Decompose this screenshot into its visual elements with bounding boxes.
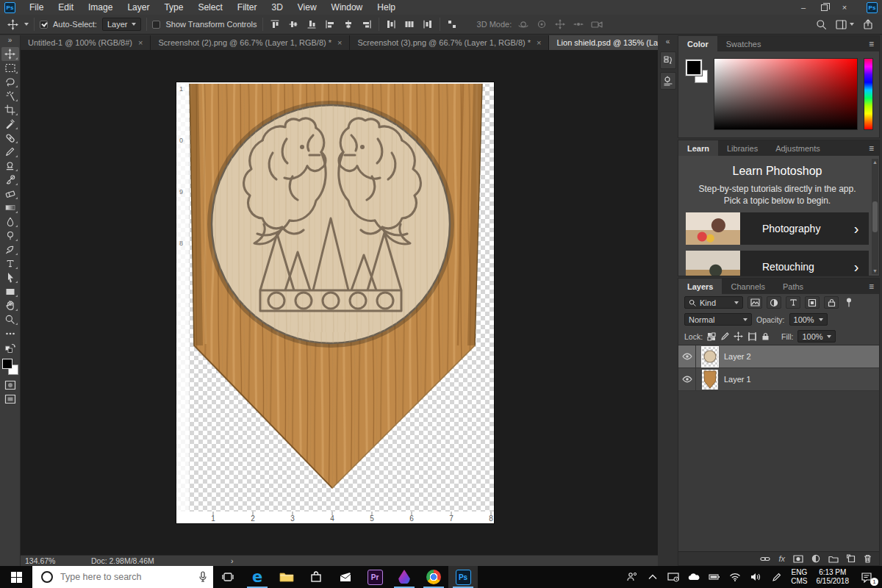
menu-3d[interactable]: 3D [265,0,289,15]
layer-row-layer-2[interactable]: Layer 2 [678,345,879,368]
tutorial-card-retouching[interactable]: Retouching › [686,251,869,276]
new-group-folder-icon[interactable] [828,555,839,563]
foreground-color-chip[interactable] [686,60,702,76]
edit-toolbar-icon[interactable] [1,326,19,340]
tab-swatches[interactable]: Swatches [717,36,770,51]
menu-view[interactable]: View [291,0,323,15]
link-layers-icon[interactable] [760,556,770,562]
filter-smart-objects-icon[interactable] [824,296,839,309]
layer-name[interactable]: Layer 2 [724,352,751,361]
language-indicator[interactable]: ENG CMS [787,568,811,587]
display-icon[interactable] [664,566,683,588]
filter-adjustment-layers-icon[interactable] [767,296,781,309]
history-brush-tool[interactable] [1,173,19,187]
tutorial-card-photography[interactable]: Photography › [686,212,869,245]
properties-panel-icon[interactable] [660,72,676,90]
panel-menu-icon[interactable]: ≡ [869,282,879,292]
distribute-spacing-icon[interactable] [445,18,459,31]
distribute-center-icon[interactable] [403,18,416,31]
tab-screenshot-3[interactable]: Screenshot (3).png @ 66.7% (Layer 1, RGB… [350,35,549,50]
clone-stamp-tool[interactable] [1,159,19,173]
quick-mask-icon[interactable] [1,378,19,392]
status-chevron-icon[interactable]: › [231,556,234,565]
eraser-tool[interactable] [1,187,19,201]
close-tab-icon[interactable]: × [138,38,143,47]
align-bottom-edges-icon[interactable] [305,18,318,31]
tab-channels[interactable]: Channels [722,279,773,294]
minimize-button[interactable]: – [795,1,812,13]
layer-style-fx-icon[interactable]: fx [778,554,785,563]
move-tool-preset-icon[interactable] [6,18,19,31]
menu-layer[interactable]: Layer [121,0,156,15]
align-right-edges-icon[interactable] [360,18,373,31]
distribute-left-icon[interactable] [384,18,398,31]
path-selection-tool[interactable] [1,270,19,284]
share-icon[interactable] [863,19,873,30]
microphone-icon[interactable] [198,571,207,583]
workspace-switcher[interactable] [836,20,854,29]
menu-type[interactable]: Type [157,0,190,15]
filter-type-layers-icon[interactable] [786,296,800,309]
filter-kind-dropdown[interactable]: Kind [684,296,743,309]
action-center-button[interactable]: 1 [854,566,879,588]
default-colors-icon[interactable] [1,340,19,354]
dodge-tool[interactable] [1,229,19,243]
filter-toggle-pin[interactable] [846,298,852,307]
tab-libraries[interactable]: Libraries [718,140,767,156]
type-tool[interactable] [1,257,19,270]
learn-scrollbar[interactable]: ▲▼ [872,159,878,274]
rectangle-tool[interactable] [1,284,19,298]
battery-icon[interactable] [705,566,724,588]
filter-pixel-layers-icon[interactable] [747,296,762,309]
new-layer-icon[interactable] [847,554,856,563]
crop-tool[interactable] [1,103,19,117]
clock[interactable]: 6:13 PM 6/15/2018 [813,568,853,587]
restore-button[interactable] [815,1,833,13]
search-icon[interactable] [816,19,827,30]
zoom-tool[interactable] [1,312,19,326]
mail-button[interactable] [331,566,360,588]
show-hidden-icons-chevron[interactable] [643,566,662,588]
wifi-icon[interactable] [725,566,745,588]
tab-learn[interactable]: Learn [678,140,718,156]
history-panel-icon[interactable] [660,51,676,69]
canvas-pasteboard[interactable]: 1 0 9 8 [21,50,658,555]
layer-thumbnail[interactable] [702,347,718,367]
visibility-toggle[interactable] [678,368,696,390]
eyedropper-tool[interactable] [1,117,19,131]
delete-layer-trash-icon[interactable] [864,554,872,563]
lock-image-pixels-icon[interactable] [720,332,729,341]
saturation-brightness-field[interactable] [714,58,858,130]
blur-tool[interactable] [1,215,19,229]
quick-selection-tool[interactable] [1,89,19,103]
menu-select[interactable]: Select [191,0,229,15]
align-horizontal-centers-icon[interactable] [342,18,355,31]
people-icon[interactable] [623,566,642,588]
hand-tool[interactable] [1,298,19,312]
tab-adjustments[interactable]: Adjustments [767,140,829,156]
show-transform-checkbox[interactable] [152,21,160,29]
tab-paths[interactable]: Paths [774,279,812,294]
close-tab-icon[interactable]: × [537,38,541,47]
close-tab-icon[interactable]: × [337,38,342,47]
menu-edit[interactable]: Edit [51,0,80,15]
fill-dropdown[interactable]: 100% [797,330,836,343]
lock-transparent-pixels-icon[interactable] [707,332,716,341]
edge-button[interactable]: e [243,566,272,588]
marquee-tool[interactable] [1,61,19,75]
blend-mode-dropdown[interactable]: Normal [684,313,752,326]
foreground-background-colors[interactable] [2,359,18,375]
foreground-color-swatch[interactable] [2,359,12,369]
photoshop-taskbar-button[interactable]: Ps [448,566,478,588]
scrollbar-thumb[interactable] [872,201,878,232]
spot-healing-brush-tool[interactable] [1,131,19,145]
distribute-right-icon[interactable] [421,18,434,31]
tab-screenshot-2[interactable]: Screenshot (2).png @ 66.7% (Layer 1, RGB… [151,35,350,50]
add-layer-mask-icon[interactable] [793,555,803,563]
align-top-edges-icon[interactable] [268,18,282,31]
task-view-button[interactable] [213,566,243,588]
auto-select-checkbox[interactable] [40,21,48,29]
hue-slider[interactable] [864,58,873,130]
tab-layers[interactable]: Layers [678,279,722,294]
taskbar-search[interactable] [32,566,213,588]
